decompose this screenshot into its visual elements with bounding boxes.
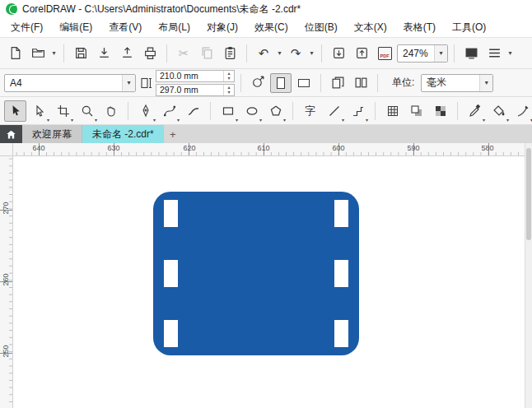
- current-page-button[interactable]: [350, 72, 371, 94]
- zoom-dropdown-caret-icon[interactable]: ▾: [434, 45, 447, 62]
- coreldraw-logo-icon: [6, 3, 17, 15]
- page-preset-caret-icon[interactable]: ▾: [122, 75, 135, 91]
- pan-tool[interactable]: [100, 100, 122, 122]
- menu-text[interactable]: 文本(X): [346, 18, 395, 37]
- vertical-scrollbar-thumb[interactable]: [526, 148, 531, 240]
- open-dropdown-caret-icon[interactable]: ▾: [50, 49, 58, 57]
- home-button[interactable]: [0, 125, 22, 143]
- cut-button[interactable]: ✂: [173, 43, 194, 64]
- vertical-scrollbar[interactable]: [525, 143, 532, 408]
- rectangle-flyout-icon: ▾: [236, 117, 238, 123]
- units-combobox[interactable]: 毫米 ▾: [421, 74, 493, 92]
- redo-dropdown-caret-icon[interactable]: ▾: [308, 49, 315, 57]
- pick-tool[interactable]: [4, 100, 26, 122]
- separator: [321, 44, 322, 63]
- crop-tool[interactable]: ▾: [52, 100, 74, 122]
- graph-paper-tool[interactable]: [381, 100, 404, 122]
- standard-toolbar: ▾ ✂ ↶ ▾ ↷ ▾ PDF 247% ▾: [0, 38, 532, 69]
- menu-tools[interactable]: 工具(O): [444, 18, 494, 37]
- page-preset-combobox[interactable]: A4 ▾: [4, 74, 136, 92]
- page-width-spinner[interactable]: 210.0 mm ▴ ▾: [156, 70, 235, 82]
- separator: [240, 74, 241, 92]
- outline-pen-tool[interactable]: ▾: [511, 100, 532, 122]
- shadow-tool[interactable]: [405, 100, 427, 122]
- tab-document[interactable]: 未命名 -2.cdr*: [82, 125, 164, 143]
- menu-view[interactable]: 查看(V): [100, 18, 150, 37]
- text-tool[interactable]: 字: [299, 100, 321, 122]
- shape-tool[interactable]: ▾: [28, 100, 50, 122]
- new-tab-button[interactable]: +: [164, 125, 182, 143]
- artistic-media-tool[interactable]: [182, 100, 204, 122]
- zoom-level-value: 247%: [398, 48, 434, 59]
- horizontal-ruler[interactable]: 640 630 620 610 600 590 580: [13, 143, 525, 156]
- width-spin-down-icon[interactable]: ▾: [224, 76, 234, 81]
- height-spin-down-icon[interactable]: ▾: [224, 90, 234, 95]
- redo-button[interactable]: ↷: [285, 43, 306, 64]
- ellipse-tool[interactable]: ▾: [240, 100, 263, 122]
- separator: [454, 44, 455, 63]
- line-tool[interactable]: ▾: [323, 100, 345, 122]
- page-preset-value: A4: [5, 77, 122, 89]
- tab-welcome-screen[interactable]: 欢迎屏幕: [22, 125, 82, 143]
- menu-bitmaps[interactable]: 位图(B): [296, 18, 346, 37]
- separator: [457, 102, 458, 120]
- hruler-label: 610: [257, 144, 269, 152]
- new-document-button[interactable]: [4, 43, 26, 64]
- save-button[interactable]: [70, 43, 91, 64]
- view-options-button[interactable]: [483, 43, 505, 64]
- page-width-value: 210.0 mm: [156, 71, 223, 81]
- menu-table[interactable]: 表格(T): [395, 18, 444, 37]
- hruler-label: 580: [481, 144, 493, 152]
- portrait-icon: [277, 77, 285, 89]
- publish-pdf-button[interactable]: PDF: [374, 43, 395, 64]
- eyedropper-flyout-icon: ▾: [483, 117, 485, 123]
- scissors-icon: ✂: [179, 47, 189, 59]
- autofit-page-button[interactable]: [247, 72, 268, 94]
- menu-effects[interactable]: 效果(C): [246, 18, 296, 37]
- open-from-cloud-button[interactable]: [93, 43, 114, 64]
- pen-tool[interactable]: ▾: [134, 100, 156, 122]
- polygon-tool[interactable]: ▾: [264, 100, 287, 122]
- zoom-level-combobox[interactable]: 247% ▾: [397, 44, 448, 63]
- menu-object[interactable]: 对象(J): [198, 18, 246, 37]
- save-to-cloud-button[interactable]: [116, 43, 138, 64]
- eyedropper-tool[interactable]: ▾: [464, 100, 486, 122]
- interactive-fill-tool[interactable]: ▾: [488, 100, 510, 122]
- portrait-orientation-button[interactable]: [270, 73, 292, 93]
- all-pages-button[interactable]: [327, 72, 348, 94]
- bezier-tool[interactable]: ▾: [158, 100, 180, 122]
- drawing-canvas[interactable]: [13, 156, 525, 408]
- zoom-tool[interactable]: ▾: [76, 100, 98, 122]
- separator: [320, 74, 321, 92]
- page-size-spinners: 210.0 mm ▴ ▾ 297.0 mm ▴ ▾: [156, 70, 235, 96]
- rectangle-tool[interactable]: ▾: [217, 100, 239, 122]
- copy-button[interactable]: [196, 43, 217, 64]
- units-caret-icon[interactable]: ▾: [479, 75, 492, 91]
- property-bar: A4 ▾ 210.0 mm ▴ ▾ 297.0 mm ▴ ▾: [0, 69, 532, 97]
- menu-layout[interactable]: 布局(L): [150, 18, 198, 37]
- ruler-origin-corner[interactable]: [0, 143, 13, 156]
- export-button[interactable]: [351, 43, 372, 64]
- vertical-ruler[interactable]: 270 260 250: [0, 156, 13, 408]
- film-hole: [334, 260, 348, 287]
- view-options-caret-icon[interactable]: ▾: [506, 49, 514, 57]
- vruler-label: 270: [2, 198, 10, 218]
- document-tab-bar: 欢迎屏幕 未命名 -2.cdr* +: [0, 125, 532, 143]
- menu-file[interactable]: 文件(F): [2, 18, 51, 37]
- hruler-label: 640: [32, 144, 44, 152]
- separator: [377, 74, 378, 92]
- print-button[interactable]: [139, 43, 161, 64]
- undo-dropdown-caret-icon[interactable]: ▾: [276, 49, 283, 57]
- page-height-spinner[interactable]: 297.0 mm ▴ ▾: [156, 84, 235, 96]
- fullscreen-preview-button[interactable]: [460, 43, 482, 64]
- landscape-orientation-button[interactable]: [293, 73, 315, 93]
- menu-edit[interactable]: 编辑(E): [51, 18, 100, 37]
- import-button[interactable]: [328, 43, 349, 64]
- dimension-tool[interactable]: ▾: [347, 100, 369, 122]
- film-strip-shape[interactable]: [153, 192, 359, 355]
- transparency-tool[interactable]: [429, 100, 451, 122]
- open-button[interactable]: [27, 43, 49, 64]
- undo-button[interactable]: ↶: [253, 43, 274, 64]
- paste-button[interactable]: [219, 43, 240, 64]
- separator: [210, 102, 211, 120]
